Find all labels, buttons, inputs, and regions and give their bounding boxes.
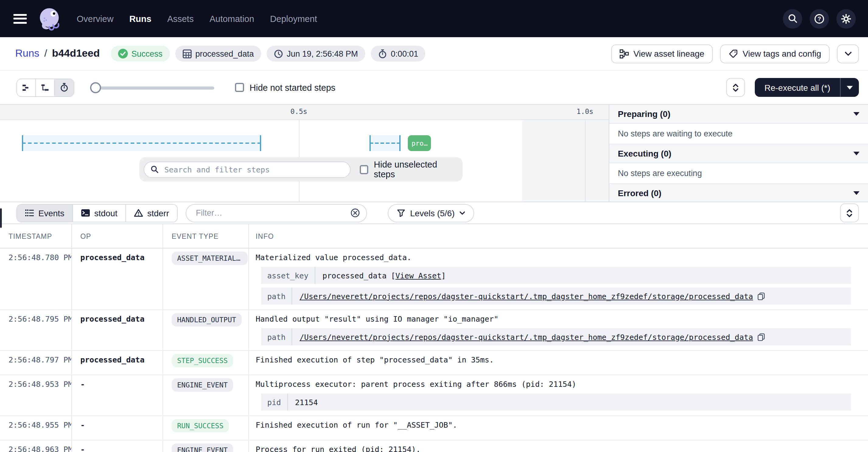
dagster-logo-icon[interactable] [36, 6, 62, 31]
reexecute-dropdown-button[interactable] [841, 78, 859, 97]
view-tags-config-label: View tags and config [743, 49, 821, 58]
nav-assets[interactable]: Assets [167, 14, 193, 24]
step-search-field[interactable] [144, 161, 351, 177]
log-row: 2:56:48.953 PM-ENGINE_EVENTMultiprocess … [0, 375, 868, 416]
breadcrumb: Runs / b44d1eed [15, 48, 100, 60]
flamechart-icon [22, 83, 30, 92]
nav-overview[interactable]: Overview [77, 14, 114, 24]
logs-expand-button[interactable] [840, 203, 859, 222]
asset-tag-badge[interactable]: processed_data [175, 46, 261, 61]
nav-automation[interactable]: Automation [209, 14, 254, 24]
axis-tick: 1.0s [577, 107, 593, 116]
flat-view-button[interactable] [17, 79, 36, 96]
nav-deployment[interactable]: Deployment [270, 14, 317, 24]
levels-dropdown-button[interactable]: Levels (5/6) [388, 204, 474, 222]
kv-row: path/Users/neverett/projects/repos/dagst… [261, 287, 851, 305]
run-id: b44d1eed [52, 48, 100, 60]
caret-down-icon [854, 112, 860, 116]
chevron-down-icon [844, 52, 851, 56]
panel-section-executing[interactable]: Executing (0) [609, 144, 868, 163]
settings-button[interactable] [836, 9, 856, 28]
timing-view-button[interactable] [55, 79, 74, 96]
kv-value: processed_data[View Asset] [315, 267, 453, 284]
info-cell: Multiprocess executor: parent process ex… [249, 375, 868, 416]
hide-not-started-label: Hide not started steps [250, 83, 335, 92]
hide-not-started-checkbox[interactable] [235, 83, 244, 92]
op-value: processed_data [80, 355, 145, 364]
panel-section-preparing[interactable]: Preparing (0) [609, 105, 868, 124]
hide-unselected-checkbox[interactable] [360, 165, 368, 174]
run-badges: Success processed_data Jun 19, 2:56:48 P… [111, 46, 426, 61]
hide-not-started-control[interactable]: Hide not started steps [235, 83, 335, 92]
nav-runs[interactable]: Runs [129, 14, 152, 24]
reexecute-split-button: Re-execute all (*) [755, 78, 859, 97]
menu-icon[interactable] [13, 14, 27, 24]
gantt-toolbar: Hide not started steps Re-execute all (*… [0, 70, 868, 104]
timestamp-cell: 2:56:48.780 PM [0, 249, 72, 309]
tab-stdout[interactable]: stdout [73, 204, 126, 221]
hide-unselected-control[interactable]: Hide unselected steps [360, 160, 454, 179]
copy-icon[interactable] [757, 333, 765, 341]
stopwatch-icon [378, 49, 387, 58]
section-title: Preparing (0) [618, 109, 671, 119]
view-asset-link[interactable]: View Asset [395, 271, 441, 280]
info-message: Multiprocess executor: parent process ex… [256, 378, 860, 390]
reexecute-all-button[interactable]: Re-execute all (*) [755, 78, 840, 97]
slider-handle[interactable] [90, 82, 101, 93]
log-row: 2:56:48.795 PMprocessed_dataHANDLED_OUTP… [0, 310, 868, 351]
event-log-table: TIMESTAMP OP EVENT TYPE INFO 2:56:48.780… [0, 224, 868, 452]
op-value: processed_data [80, 253, 145, 262]
clear-filter-icon[interactable] [350, 208, 360, 218]
scrollbar-thumb[interactable] [0, 208, 2, 228]
step-bar-processed-data[interactable]: pro… [408, 135, 431, 151]
tab-events[interactable]: Events [17, 204, 73, 221]
panel-section-errored[interactable]: Errored (0) [609, 184, 868, 202]
log-filter-field[interactable] [186, 204, 367, 222]
op-cell: - [72, 441, 163, 452]
svg-text:?: ? [817, 15, 821, 22]
view-asset-lineage-button[interactable]: View asset lineage [611, 44, 713, 63]
path-link[interactable]: /Users/neverett/projects/repos/dagster-q… [300, 332, 753, 341]
help-button[interactable]: ? [810, 9, 829, 28]
event-type-cell: ENGINE_EVENT [163, 375, 249, 416]
dagster-run-page: Overview Runs Assets Automation Deployme… [0, 0, 868, 452]
step-status-panel: Preparing (0) No steps are waiting to ex… [609, 105, 868, 202]
op-value: - [80, 445, 85, 452]
search-icon [150, 165, 159, 174]
tab-stderr[interactable]: stderr [126, 204, 177, 221]
copy-icon[interactable] [757, 292, 765, 300]
view-tags-config-button[interactable]: View tags and config [720, 44, 830, 63]
header-more-dropdown-button[interactable] [837, 44, 859, 63]
info-message: Materialized value processed_data. [256, 252, 860, 263]
up-down-chevrons-icon [846, 209, 853, 217]
kv-value: 21154 [288, 394, 325, 411]
waterfall-view-button[interactable] [36, 79, 55, 96]
info-message: Process for run exited (pid: 21154). [256, 444, 860, 452]
start-time-badge: Jun 19, 2:56:48 PM [267, 46, 365, 61]
search-button[interactable] [783, 9, 802, 28]
kv-value: /Users/neverett/projects/repos/dagster-q… [292, 328, 772, 345]
gantt-toolbar-right: Re-execute all (*) [726, 78, 859, 97]
step-waiting-marker[interactable] [22, 135, 261, 151]
op-cell: - [72, 375, 163, 416]
kv-row: asset_keyprocessed_data[View Asset] [261, 267, 851, 284]
expand-collapse-button[interactable] [726, 78, 745, 97]
step-waiting-marker[interactable] [370, 135, 401, 151]
op-cell: processed_data [72, 249, 163, 309]
nav-actions: ? [783, 9, 856, 28]
slider-track[interactable] [92, 86, 214, 89]
breadcrumb-separator: / [44, 48, 47, 60]
breadcrumb-runs-link[interactable]: Runs [15, 48, 39, 60]
log-view-tabs: Events stdout stderr [17, 204, 178, 222]
duration-badge: 0:00:01 [371, 46, 426, 61]
kv-row: pid21154 [261, 394, 851, 411]
info-message: Finished execution of step "processed_da… [256, 354, 860, 366]
op-value: - [80, 420, 85, 429]
info-cell: Process for run exited (pid: 21154). [249, 441, 868, 452]
path-link[interactable]: /Users/neverett/projects/repos/dagster-q… [300, 291, 753, 301]
logs-toolbar: Events stdout stderr [0, 202, 868, 224]
kv-key: path [261, 287, 292, 305]
zoom-slider[interactable] [92, 78, 214, 96]
step-search-input[interactable] [163, 164, 344, 174]
log-filter-input[interactable] [195, 208, 345, 218]
